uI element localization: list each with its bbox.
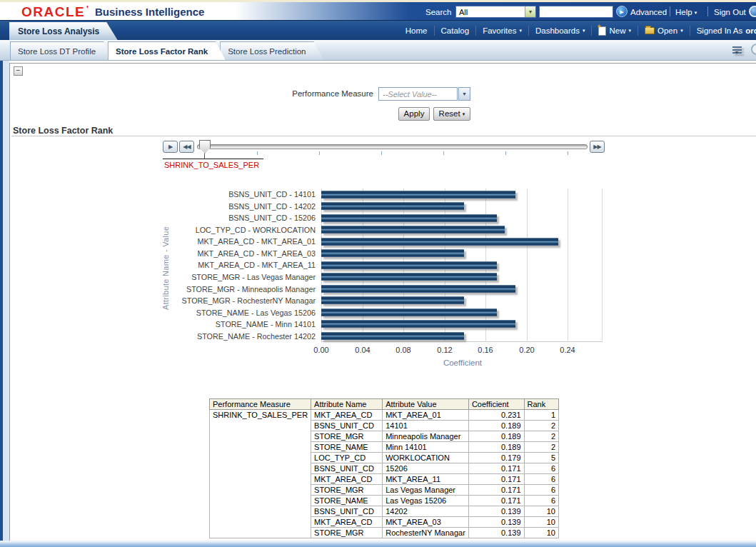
chart-bar[interactable] [321,296,464,304]
table-cell: 0.189 [468,442,524,453]
table-cell: 2 [524,421,558,431]
chevron-down-icon: ▾ [583,28,585,34]
table-header-coefficient[interactable]: Coefficient [468,399,524,410]
open-folder-icon [645,27,655,34]
slider-tick-mark [568,151,568,155]
advanced-link[interactable]: Advanced [630,8,667,16]
factor-rank-table: Performance MeasureAttribute NameAttribu… [209,398,559,541]
chart-bar[interactable] [321,226,505,234]
oracle-logo-mark: ' [86,4,89,14]
page-tab-store-loss-prediction[interactable]: Store Loss Prediction [220,41,323,61]
search-label: Search [425,8,451,16]
chart-bar[interactable] [321,308,497,316]
search-scope-value: All [459,8,468,16]
chevron-down-icon[interactable]: ▾ [525,6,535,17]
table-cell: 14101 [383,421,469,431]
chart-bar[interactable] [321,238,558,246]
chart-bar[interactable] [321,214,497,222]
nav-link-label: Catalog [441,26,470,35]
nav-link-label: New [609,26,625,35]
chart-category-label: BSNS_UNIT_CD - 14202 [228,201,316,213]
collapse-section-button[interactable]: − [14,66,23,76]
page-options-icon[interactable] [732,46,742,55]
page-tab-store-loss-dt-profile[interactable]: Store Loss DT Profile [10,41,114,61]
chart-bar[interactable] [321,191,515,199]
nav-link-new[interactable]: New▾ [598,26,631,36]
signed-in-label: Signed In As [697,26,743,35]
table-cell: 0.171 [468,474,524,485]
chart-category-label: STORE_MGR - Minneapolis Manager [186,283,316,295]
table-cell: MKT_AREA_CD [311,410,383,421]
table-cell: 6 [524,496,558,506]
table-cell: 10 [524,506,558,517]
table-cell: Minneapolis Manager [383,431,469,442]
search-scope-select[interactable]: All ▾ [455,6,536,18]
chart-gridline [602,189,603,342]
table-header-attribute-value[interactable]: Attribute Value [383,399,469,410]
nav-link-open[interactable]: Open▾ [645,26,683,35]
table-cell: STORE_MGR [311,485,383,496]
table-cell: 0.139 [468,528,524,538]
table-header-performance-measure[interactable]: Performance Measure [210,399,311,410]
reset-button[interactable]: Reset ▾ [433,107,470,121]
nav-link-home[interactable]: Home [405,26,428,35]
slider-tick-mark [257,151,258,155]
table-cell: 0.189 [468,431,524,442]
product-title: Business Intelligence [95,6,204,18]
table-cell: 0.189 [468,421,524,431]
nav-separator [591,26,592,36]
nav-separator [637,26,638,36]
chart-y-axis-label: Attribute Name - Value [161,206,170,331]
dashboard-tab-store-loss-analysis[interactable]: Store Loss Analysis [9,22,118,40]
nav-link-label: Home [405,26,428,35]
chevron-down-icon: ▾ [519,28,522,34]
nav-link-catalog[interactable]: Catalog [441,26,470,35]
chart-bar[interactable] [321,261,497,269]
table-cell: 6 [524,485,558,496]
table-cell: 6 [524,474,558,485]
chart-x-tick-label: 0.12 [433,346,457,354]
header-separator [670,6,670,16]
table-cell: STORE_MGR [311,431,383,442]
nav-separator [528,26,529,36]
page-tab-store-loss-factor-rank[interactable]: Store Loss Factor Rank [108,41,226,61]
table-cell: Las Vegas 15206 [383,496,469,506]
search-input[interactable] [539,6,613,18]
chart-bar[interactable] [321,320,515,328]
help-menu[interactable]: Help ▾ [675,8,697,16]
chart-x-tick-label: 0.20 [515,346,539,354]
chevron-down-icon[interactable]: ▾ [458,87,470,101]
chart-bar[interactable] [321,285,515,293]
chart-bar[interactable] [321,249,464,257]
slider-play-button[interactable]: ▶ [163,141,178,153]
chart-category-axis: BSNS_UNIT_CD - 14101BSNS_UNIT_CD - 14202… [171,189,318,342]
slider-step-forward-button[interactable]: ▶▶ [590,141,605,153]
slider-track[interactable] [197,144,588,149]
chart-bar[interactable] [321,273,497,281]
sign-out-link[interactable]: Sign Out [714,8,746,16]
chart-bar[interactable] [321,332,464,340]
table-header-attribute-name[interactable]: Attribute Name [311,399,383,410]
nav-link-favorites[interactable]: Favorites▾ [483,26,522,35]
nav-link-dashboards[interactable]: Dashboards▾ [535,26,585,35]
search-go-button[interactable]: ▶ [616,6,628,17]
section-title: Store Loss Factor Rank [13,126,113,136]
table-cell: Las Vegas Manager [383,485,469,496]
chart-category-label: MKT_AREA_CD - MKT_AREA_01 [197,236,316,248]
chevron-down-icon: ▾ [463,111,465,116]
table-cell: STORE_NAME [311,442,383,453]
nav-link-label: Dashboards [535,26,580,35]
help-icon[interactable] [749,6,756,17]
chart-x-axis-label: Coefficient [438,358,488,367]
table-cell: 6 [524,463,558,474]
page-tab-strip: Store Loss DT ProfileStore Loss Factor R… [0,40,756,61]
apply-button[interactable]: Apply [398,107,430,121]
factor-rank-table-grid: Performance MeasureAttribute NameAttribu… [209,398,559,538]
table-header-rank[interactable]: Rank [524,399,558,410]
chart-category-label: LOC_TYP_CD - WORKLOCATION [196,224,316,236]
table-cell: WORKLOCATION [383,453,469,463]
performance-measure-select[interactable]: --Select Value-- [378,87,458,101]
chart-bar[interactable] [321,202,464,210]
table-cell: 0.171 [468,463,524,474]
slider-step-back-button[interactable]: ◀◀ [179,141,194,153]
